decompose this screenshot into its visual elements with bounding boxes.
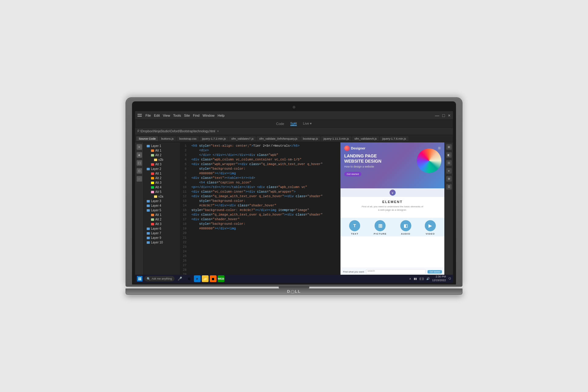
tree-alt3-1[interactable]: Alt 3 xyxy=(144,162,180,167)
menu-window[interactable]: Window xyxy=(202,114,214,117)
search-input-preview[interactable]: search xyxy=(366,269,426,274)
tree-v2a[interactable]: v2a xyxy=(144,194,180,199)
spiral-artwork xyxy=(417,149,441,173)
taskbar-right: ∧ ▮▮ ((·)) 🔊 2:30 PM 12/15/2022 🗨 xyxy=(409,275,451,282)
file-tab-7[interactable]: jquery-1.11.3.min.js xyxy=(321,136,351,141)
tree-layer2[interactable]: Layer 2 xyxy=(144,167,180,171)
menu-help[interactable]: Help xyxy=(218,114,225,117)
tree-layer10[interactable]: Layer 10 xyxy=(144,240,180,245)
dell-logo: D◯LL xyxy=(287,289,301,294)
file-tab-8[interactable]: sfm_validatev9.js xyxy=(352,136,379,141)
tree-alt4-2[interactable]: Alt 4 xyxy=(144,185,180,190)
tree-layer9[interactable]: Layer 9 xyxy=(144,236,180,240)
tree-alt1-5[interactable]: Alt 1 xyxy=(144,213,180,217)
text-icon-label: TEXT xyxy=(351,232,358,235)
menu-tools[interactable]: Tools xyxy=(173,114,181,117)
layer5-icon xyxy=(147,209,150,212)
start-button[interactable] xyxy=(137,276,142,281)
tree-layer1[interactable]: Layer 1 xyxy=(144,144,180,148)
menu-find[interactable]: Find xyxy=(193,114,199,117)
audio-icon-label: AUDIO xyxy=(401,232,410,235)
hero-image xyxy=(417,149,441,173)
microphone-icon[interactable]: 🎤 xyxy=(178,277,182,281)
right-icon-1[interactable]: ⊞ xyxy=(446,144,452,150)
menu-edit[interactable]: Edit xyxy=(154,114,160,117)
taskbar-search[interactable]: 🔍 Ask me anything xyxy=(144,276,175,281)
preview-icon-video[interactable]: ▶ VIDEO xyxy=(425,220,436,235)
taskbar-web[interactable]: WEB xyxy=(218,275,224,282)
volume-icon: 🔊 xyxy=(426,277,430,280)
file-tab-5[interactable]: sfm_validate_0xfn/tenquary.js xyxy=(257,136,300,141)
file-tab-6[interactable]: bootstrap.js xyxy=(300,136,320,141)
element-title: ELEMENT xyxy=(344,200,441,204)
tab-code[interactable]: Code xyxy=(276,122,284,126)
taskbar-explorer[interactable]: 📁 xyxy=(202,275,209,282)
right-icon-6[interactable]: ☰ xyxy=(446,184,452,190)
right-icon-2[interactable]: ◧ xyxy=(446,152,452,158)
alt4-2-icon xyxy=(151,186,154,189)
menu-icon[interactable] xyxy=(138,114,142,117)
preview-icon-audio[interactable]: ◧ AUDIO xyxy=(400,220,411,235)
menu-bar: File Edit View Tools Site Find Window He… xyxy=(145,114,224,117)
tree-alt5-2[interactable]: Alt 5 xyxy=(144,190,180,194)
maximize-button[interactable]: □ xyxy=(442,113,445,118)
view-bar: Code Split Live ▾ xyxy=(135,120,453,128)
layer7-icon xyxy=(147,232,150,235)
laptop-base: D◯LL xyxy=(126,288,462,295)
taskbar-app1[interactable]: ◼ xyxy=(210,275,217,282)
battery-icon: ▮▮ xyxy=(414,277,417,280)
file-tab-3[interactable]: jquery-1.7.2.min.js xyxy=(200,136,228,141)
preview-icon-picture[interactable]: ⊞ PICTURE xyxy=(374,220,386,235)
file-tab-1[interactable]: buttons.js xyxy=(159,136,176,141)
right-icon-4[interactable]: ≡ xyxy=(446,168,452,174)
laptop-wrapper: File Edit View Tools Site Find Window He… xyxy=(110,97,478,295)
sidebar-css-icon[interactable]: { } xyxy=(137,160,142,166)
taskbar-chevron[interactable]: ∧ xyxy=(409,277,411,280)
tree-layer5[interactable]: Layer 5 xyxy=(144,208,180,213)
taskbar-taskview[interactable]: ⧉ xyxy=(186,275,193,282)
tree-alt3-5[interactable]: Alt 3 xyxy=(144,222,180,226)
scroll-arrow[interactable]: ∨ xyxy=(390,190,396,196)
tab-split[interactable]: Split xyxy=(290,122,297,126)
tree-layer4[interactable]: Layer 4 xyxy=(144,203,180,208)
tree-layer6[interactable]: Layer 6 xyxy=(144,226,180,231)
filepath-close[interactable]: × xyxy=(217,130,219,133)
tree-layer7[interactable]: Layer 7 xyxy=(144,231,180,236)
file-tab-9[interactable]: jquery-1.7.6.min.js xyxy=(380,136,409,141)
notifications-icon[interactable]: 🗨 xyxy=(448,277,451,280)
file-tab-4[interactable]: sfm_validatev7.js xyxy=(229,136,256,141)
sidebar-assets-icon[interactable]: ◈ xyxy=(137,152,142,158)
search-btn-preview[interactable]: Get started xyxy=(428,270,442,273)
editor-main: ≡ ◈ { } ⟨⟩ ··· Layer 1 xyxy=(135,142,453,276)
hero-cta-button[interactable]: Get started xyxy=(344,172,361,176)
tree-alt2-1[interactable]: Alt 2 xyxy=(144,153,180,157)
alt2-5-icon xyxy=(151,218,154,221)
tree-alt3-2[interactable]: Alt 3 xyxy=(144,180,180,185)
tree-alt1-2[interactable]: Alt 1 xyxy=(144,171,180,176)
file-tab-source[interactable]: Source Code xyxy=(136,136,158,141)
sidebar-snippets-icon[interactable]: ⟨⟩ xyxy=(137,168,142,174)
file-tab-2[interactable]: bootstrap.css xyxy=(177,136,199,141)
layer3-icon xyxy=(147,200,150,202)
menu-view[interactable]: View xyxy=(163,114,170,117)
tab-live[interactable]: Live ▾ xyxy=(303,122,312,126)
code-editor[interactable]: 12345 678910 1112131415 1617181920 21222… xyxy=(180,142,340,276)
preview-icon-text[interactable]: T TEXT xyxy=(349,220,360,235)
minimize-button[interactable]: — xyxy=(435,113,439,118)
taskbar: 🔍 Ask me anything 🎤 ⧉ e 📁 ◼ WEB xyxy=(135,275,453,283)
tree-alt2-5[interactable]: Alt 2 xyxy=(144,217,180,222)
tree-layer3[interactable]: Layer 3 xyxy=(144,199,180,203)
menu-site[interactable]: Site xyxy=(184,114,190,117)
right-icon-3[interactable]: ⊡ xyxy=(446,160,452,166)
sidebar-more-icon[interactable]: ··· xyxy=(137,176,142,182)
preview-spacer xyxy=(341,236,444,267)
close-button[interactable]: × xyxy=(448,113,450,118)
sidebar-files-icon[interactable]: ≡ xyxy=(137,144,142,150)
right-icon-5[interactable]: ⚙ xyxy=(446,176,452,182)
layer2-icon xyxy=(147,168,150,170)
tree-alt1-1[interactable]: Alt 1 xyxy=(144,148,180,153)
taskbar-edge[interactable]: e xyxy=(194,275,201,282)
menu-file[interactable]: File xyxy=(145,114,151,117)
tree-v2b[interactable]: v2b xyxy=(144,157,180,162)
tree-alt2-2[interactable]: Alt 2 xyxy=(144,176,180,180)
